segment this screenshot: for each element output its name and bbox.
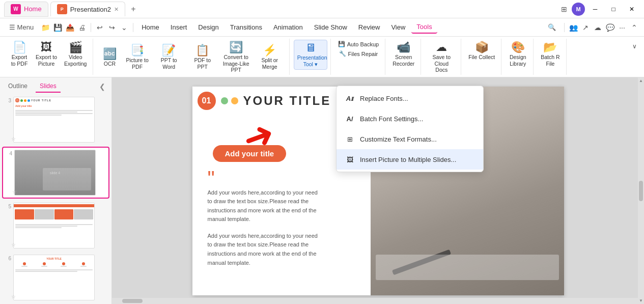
main-area: Outline Slides ❮ 3 01 YOUR TITLE [0, 77, 644, 304]
panel-close-button[interactable]: ❮ [97, 80, 107, 93]
ppt-to-word-button[interactable]: 📝 PPT to Word [153, 43, 185, 72]
menu-animation[interactable]: Animation [268, 21, 308, 33]
new-tab-button[interactable]: + [127, 3, 139, 15]
slide-item-3[interactable]: 3 01 YOUR TITLE Add your title [2, 95, 109, 145]
ribbon-convert-buttons: 🔤 OCR 📑 Picture toPDF 📝 PPT to Word 📋 PD… [97, 40, 286, 75]
export-btn[interactable]: 📤 [64, 22, 75, 33]
tab-close-button[interactable]: ✕ [114, 6, 119, 13]
thumb-timeline-6 [14, 261, 94, 268]
scroll-up-arrow[interactable]: ▲ [639, 78, 643, 83]
video-icon: 🎬 [69, 42, 82, 53]
tab-outline[interactable]: Outline [4, 80, 32, 93]
cloud-btn[interactable]: ☁ [592, 22, 603, 33]
save-btn[interactable]: 💾 [52, 22, 63, 33]
redo-btn[interactable]: ↪ [106, 22, 118, 33]
title-bar: W Home P Presentation2 ✕ + ⊞ M ─ □ ✕ [0, 0, 644, 18]
convert-image-ppt-button[interactable]: 🔄 Convert toImage-Like PPT [220, 40, 253, 75]
print-btn[interactable]: 🖨 [76, 22, 88, 33]
split-merge-button[interactable]: ⚡ Split or Merge [254, 43, 286, 72]
slide-item-4[interactable]: 4 slide 4 ☆ [2, 147, 109, 199]
collab-btn[interactable]: 👥 [568, 22, 579, 33]
files-repair-label: Files Repair [348, 51, 378, 57]
tab-home-label: Home [24, 5, 42, 13]
slide-item-5[interactable]: 5 [2, 201, 109, 251]
picture-to-pdf-button[interactable]: 📑 Picture toPDF [123, 43, 151, 72]
export-to-picture-button[interactable]: 🖼 Export toPicture [33, 40, 60, 69]
dot-blue [27, 99, 30, 102]
maximize-button[interactable]: □ [605, 3, 622, 15]
user-avatar[interactable]: M [572, 3, 585, 16]
design-library-button[interactable]: 🎨 DesignLibrary [506, 40, 530, 69]
more-btn[interactable]: ··· [617, 22, 628, 33]
v-scrollbar[interactable]: ▲ ▼ [638, 77, 644, 304]
convert-img-icon: 🔄 [229, 42, 243, 53]
thumb-title-3: YOUR TITLE [31, 99, 51, 102]
export-to-pdf-button[interactable]: 📄 Exportto PDF [7, 40, 32, 69]
customize-text-formats-item[interactable]: ⊞ Customize Text Formats... [337, 129, 483, 149]
more-quick-btn[interactable]: ⌄ [119, 22, 130, 33]
thumb-title-6: YOUR TITLE [46, 257, 62, 260]
insert-picture-multiple-item[interactable]: 🖼 Insert Picture to Multiple Slides... [337, 149, 483, 170]
close-button[interactable]: ✕ [624, 3, 640, 15]
menu-insert[interactable]: Insert [165, 21, 192, 33]
save-cloud-button[interactable]: ☁ Save toCloud Docs [425, 40, 458, 75]
h-scroll-thumb[interactable] [122, 299, 143, 303]
menu-design[interactable]: Design [193, 21, 223, 33]
scroll-thumb[interactable] [639, 181, 643, 201]
presentation-tool-label: PresentationTool ▾ [297, 54, 324, 67]
ocr-button[interactable]: 🔤 OCR [97, 46, 122, 69]
batch-r-button[interactable]: 📂 Batch RFile [538, 40, 563, 69]
file-collect-label: File Collect [468, 54, 495, 61]
video-exporting-button[interactable]: 🎬 VideoExporting [61, 40, 90, 69]
batch-font-settings-item[interactable]: A/ Batch Font Settings... [337, 108, 483, 129]
expand-ribbon-btn[interactable]: ∨ [629, 41, 640, 52]
tab-slides[interactable]: Slides [36, 80, 61, 93]
menu-transitions[interactable]: Transitions [225, 21, 267, 33]
panel-tabs: Outline Slides ❮ [0, 77, 111, 93]
file-collect-button[interactable]: 📦 File Collect [465, 40, 498, 63]
pdf-ppt-icon: 📋 [195, 45, 209, 56]
presentation-tool-button[interactable]: 🖥 PresentationTool ▾ [294, 40, 327, 70]
menu-hamburger[interactable]: ☰ Menu [4, 21, 39, 33]
collapse-ribbon-btn[interactable]: ⌃ [629, 22, 640, 33]
export-pic-icon: 🖼 [41, 42, 52, 53]
notebook-shape [376, 255, 559, 280]
tab-home[interactable]: W Home [4, 2, 48, 17]
comment-btn[interactable]: 💬 [604, 22, 615, 33]
menu-view[interactable]: View [386, 21, 410, 33]
slide-dots [221, 97, 238, 104]
auto-backup-button[interactable]: 💾 Auto Backup [335, 40, 382, 48]
ribbon-group-file-collect: 📦 File Collect [462, 39, 501, 75]
slide-item-6[interactable]: 6 YOUR TITLE [2, 253, 109, 302]
recorder-icon: 📹 [397, 42, 410, 53]
menu-search-icon[interactable]: 🔍 [543, 21, 561, 33]
pdf-to-ppt-button[interactable]: 📋 PDF to PPT [186, 43, 219, 72]
dot-2 [231, 97, 238, 104]
menu-home[interactable]: Home [136, 21, 164, 33]
minimize-button[interactable]: ─ [587, 3, 603, 15]
files-repair-button[interactable]: 🔧 Files Repair [336, 49, 381, 58]
menu-review[interactable]: Review [353, 21, 385, 33]
replace-fonts-item[interactable]: Aᵻ Replace Fonts... [337, 88, 483, 108]
menu-tools[interactable]: Tools [411, 21, 437, 34]
pdf-ppt-label: PDF to PPT [189, 57, 216, 70]
scroll-down-arrow[interactable]: ▼ [639, 298, 643, 303]
export-pic-label: Export toPicture [36, 54, 57, 67]
share-btn[interactable]: ↗ [580, 22, 591, 33]
multiwin-icon[interactable]: ⊞ [558, 4, 570, 15]
tab-ppt[interactable]: P Presentation2 ✕ [50, 2, 125, 16]
menu-slideshow[interactable]: Slide Show [309, 21, 352, 33]
quote-mark: " [208, 168, 335, 188]
open-file-btn[interactable]: 📁 [40, 22, 51, 33]
cloud-icon: ☁ [436, 42, 447, 53]
slide-star-5: ☆ [11, 242, 16, 247]
screen-recorder-button[interactable]: 📹 ScreenRecorder [389, 40, 417, 69]
ribbon-group-recorder: 📹 ScreenRecorder [386, 39, 421, 75]
slide-thumb-6: YOUR TITLE [13, 255, 95, 300]
slide-number-4: 4 [5, 150, 12, 156]
thumb-badge-3: 01 [15, 98, 19, 102]
pic-pdf-icon: 📑 [130, 45, 144, 56]
slide-number-5: 5 [4, 203, 11, 209]
h-scrollbar[interactable] [112, 298, 638, 304]
undo-btn[interactable]: ↩ [94, 22, 105, 33]
